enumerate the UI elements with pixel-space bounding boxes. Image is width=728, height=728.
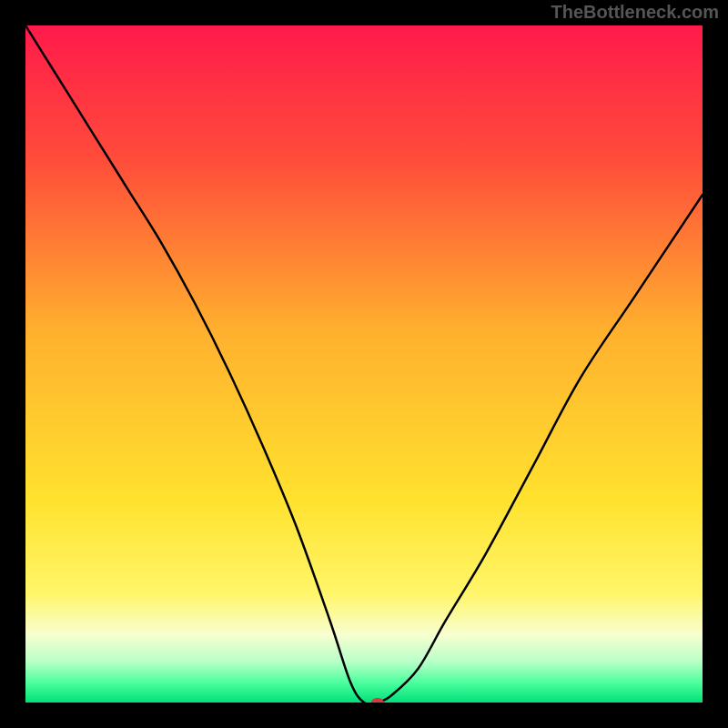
plot-area: [25, 25, 703, 703]
bottleneck-chart: [25, 25, 703, 703]
watermark-text: TheBottleneck.com: [551, 2, 719, 23]
chart-frame: TheBottleneck.com: [0, 0, 728, 728]
gradient-background: [25, 25, 703, 703]
